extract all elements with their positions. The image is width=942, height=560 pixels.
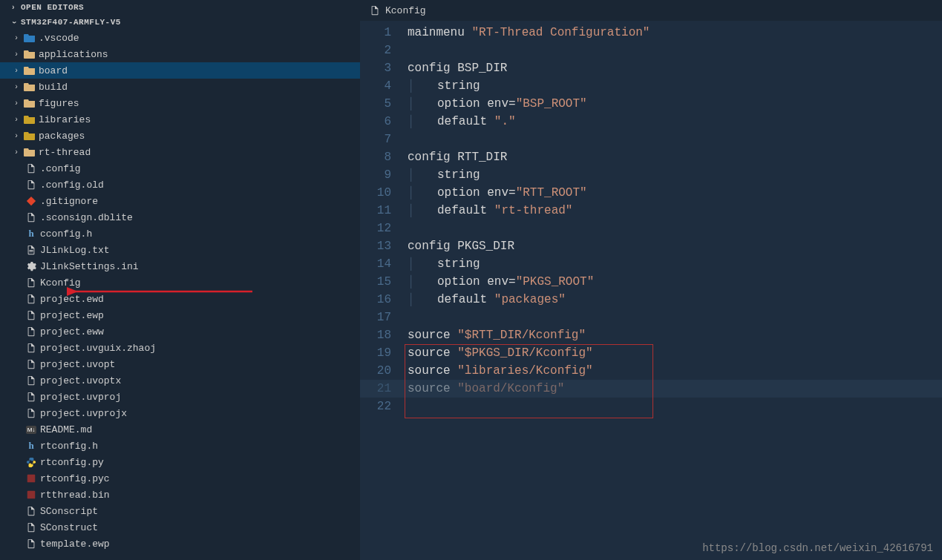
folder-item-board[interactable]: ›board xyxy=(0,62,360,79)
file-item-project.uvoptx[interactable]: project.uvoptx xyxy=(0,372,360,389)
code-line[interactable]: source "$RTT_DIR/Kconfig" xyxy=(408,326,650,344)
file-item-cconfig.h[interactable]: hcconfig.h xyxy=(0,225,360,242)
open-editors-header[interactable]: › OPEN EDITORS xyxy=(0,0,360,15)
folder-item-packages[interactable]: ›packages xyxy=(0,128,360,144)
file-icon xyxy=(25,472,37,484)
file-item-Kconfig[interactable]: Kconfig xyxy=(0,274,360,291)
file-item-project.uvopt[interactable]: project.uvopt xyxy=(0,356,360,372)
tree-item-label: .config xyxy=(40,163,81,174)
folder-item-build[interactable]: ›build xyxy=(0,79,360,95)
folder-item-libraries[interactable]: ›libraries xyxy=(0,111,360,128)
line-number: 11 xyxy=(360,202,391,220)
folder-item-applications[interactable]: ›applications xyxy=(0,46,360,62)
file-item-.config.old[interactable]: .config.old xyxy=(0,177,360,193)
code-editor[interactable]: 12345678910111213141516171819202122 main… xyxy=(360,21,942,560)
file-item-project.eww[interactable]: project.eww xyxy=(0,323,360,340)
folder-icon xyxy=(24,146,36,158)
file-item-rtconfig.h[interactable]: hrtconfig.h xyxy=(0,438,360,454)
folder-item-rt-thread[interactable]: ›rt-thread xyxy=(0,144,360,160)
tree-item-label: board xyxy=(39,65,68,76)
chevron-right-icon: › xyxy=(12,132,21,140)
file-icon xyxy=(25,293,37,305)
file-item-README.md[interactable]: M↓README.md xyxy=(0,421,360,438)
file-icon xyxy=(25,211,37,223)
file-item-.sconsign.dblite[interactable]: .sconsign.dblite xyxy=(0,209,360,225)
code-line[interactable]: │ string xyxy=(408,77,650,95)
line-number: 18 xyxy=(360,326,391,344)
tree-item-label: applications xyxy=(39,49,108,60)
line-number: 19 xyxy=(360,344,391,362)
file-item-project.ewp[interactable]: project.ewp xyxy=(0,307,360,323)
code-line[interactable]: │ option env="RTT_ROOT" xyxy=(408,184,650,202)
code-line[interactable]: │ string xyxy=(408,166,650,184)
tree-item-label: rtconfig.py xyxy=(40,457,104,468)
tree-item-label: SConscript xyxy=(40,506,98,517)
line-number: 6 xyxy=(360,113,391,131)
file-item-JLinkLog.txt[interactable]: JLinkLog.txt xyxy=(0,242,360,258)
tree-item-label: project.ewd xyxy=(40,294,104,305)
chevron-right-icon: › xyxy=(9,4,18,12)
code-line[interactable]: │ default "packages" xyxy=(408,291,650,309)
tree-item-label: rtconfig.pyc xyxy=(40,473,110,484)
code-line[interactable]: config PKGS_DIR xyxy=(408,237,650,255)
chevron-right-icon: › xyxy=(12,50,21,59)
tree-item-label: JLinkSettings.ini xyxy=(40,261,139,272)
line-number: 22 xyxy=(360,398,391,415)
code-line[interactable] xyxy=(408,220,650,237)
code-line[interactable]: │ option env="BSP_ROOT" xyxy=(408,95,650,113)
line-number: 10 xyxy=(360,184,391,202)
folder-icon xyxy=(24,113,36,125)
line-number: 3 xyxy=(360,59,391,77)
tree-item-label: .gitignore xyxy=(40,196,98,207)
file-item-.gitignore[interactable]: .gitignore xyxy=(0,193,360,209)
folder-icon xyxy=(24,32,36,44)
code-line[interactable]: │ default "rt-thread" xyxy=(408,202,650,220)
code-line[interactable]: │ default "." xyxy=(408,113,650,131)
line-number: 17 xyxy=(360,309,391,326)
folder-icon xyxy=(24,81,36,93)
file-icon: h xyxy=(25,228,37,240)
chevron-down-icon: › xyxy=(10,18,18,27)
file-item-template.ewp[interactable]: template.ewp xyxy=(0,536,360,552)
code-line[interactable]: │ option env="PKGS_ROOT" xyxy=(408,273,650,291)
code-line[interactable] xyxy=(408,42,650,59)
file-item-JLinkSettings.ini[interactable]: JLinkSettings.ini xyxy=(0,258,360,274)
code-line[interactable] xyxy=(408,398,650,415)
code-line[interactable] xyxy=(408,309,650,326)
file-icon: h xyxy=(25,440,37,452)
file-item-rtconfig.pyc[interactable]: rtconfig.pyc xyxy=(0,470,360,487)
code-line[interactable]: source "libraries/Kconfig" xyxy=(408,362,650,380)
editor-tab-kconfig[interactable]: Kconfig xyxy=(360,0,435,21)
code-line[interactable]: source "$PKGS_DIR/Kconfig" xyxy=(408,344,650,362)
file-item-SConscript[interactable]: SConscript xyxy=(0,503,360,519)
tree-item-label: project.eww xyxy=(40,326,104,337)
code-line[interactable]: source "board/Kconfig" xyxy=(408,380,650,398)
code-line[interactable]: │ string xyxy=(408,255,650,273)
file-item-project.uvguix.zhaoj[interactable]: project.uvguix.zhaoj xyxy=(0,340,360,356)
code-content[interactable]: mainmenu "RT-Thread Configuration" confi… xyxy=(405,21,650,560)
file-item-project.uvproj[interactable]: project.uvproj xyxy=(0,389,360,405)
file-item-project.uvprojx[interactable]: project.uvprojx xyxy=(0,405,360,421)
file-item-rtthread.bin[interactable]: rtthread.bin xyxy=(0,487,360,503)
code-line[interactable] xyxy=(408,131,650,148)
file-icon xyxy=(25,326,37,337)
folder-item-figures[interactable]: ›figures xyxy=(0,95,360,111)
file-item-project.ewd[interactable]: project.ewd xyxy=(0,291,360,307)
line-number: 20 xyxy=(360,362,391,380)
file-item-.config[interactable]: .config xyxy=(0,160,360,177)
code-line[interactable]: config BSP_DIR xyxy=(408,59,650,77)
file-icon xyxy=(25,195,37,207)
tree-item-label: project.uvproj xyxy=(40,392,121,403)
project-header[interactable]: › STM32F407-ARMFLY-V5 xyxy=(0,15,360,30)
line-number: 2 xyxy=(360,42,391,59)
code-line[interactable]: mainmenu "RT-Thread Configuration" xyxy=(408,24,650,42)
line-number: 13 xyxy=(360,237,391,255)
file-item-SConstruct[interactable]: SConstruct xyxy=(0,519,360,536)
line-number: 15 xyxy=(360,273,391,291)
svg-rect-0 xyxy=(27,475,36,483)
chevron-right-icon: › xyxy=(12,99,21,108)
folder-item-.vscode[interactable]: ›.vscode xyxy=(0,30,360,46)
code-line[interactable]: config RTT_DIR xyxy=(408,148,650,166)
tab-bar: Kconfig xyxy=(360,0,942,21)
file-item-rtconfig.py[interactable]: rtconfig.py xyxy=(0,454,360,470)
